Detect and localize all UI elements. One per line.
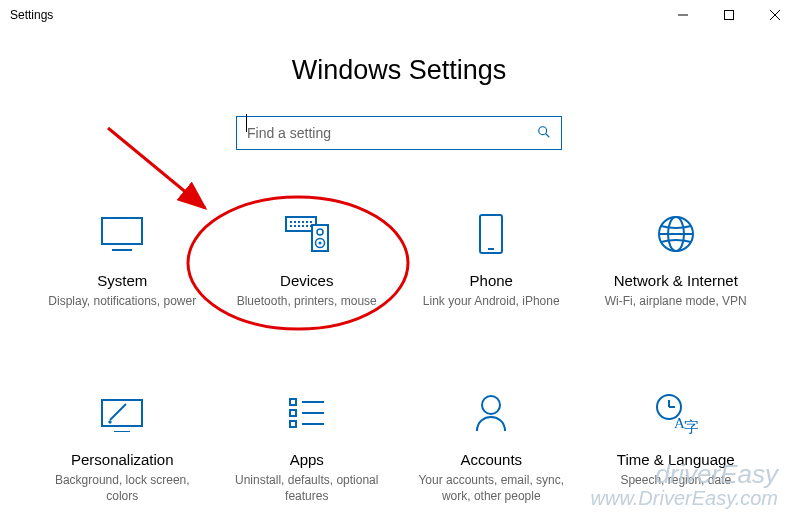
text-caret bbox=[246, 114, 247, 132]
tile-title: Accounts bbox=[460, 451, 522, 468]
tile-desc: Background, lock screen, colors bbox=[42, 472, 202, 504]
tile-title: System bbox=[97, 272, 147, 289]
search-icon bbox=[537, 125, 551, 142]
tile-desc: Your accounts, email, sync, work, other … bbox=[411, 472, 571, 504]
watermark-line1: driverEasy bbox=[591, 461, 778, 488]
watermark-line2: www.DriverEasy.com bbox=[591, 488, 778, 509]
watermark: driverEasy www.DriverEasy.com bbox=[591, 461, 778, 509]
tile-desc: Uninstall, defaults, optional features bbox=[227, 472, 387, 504]
tile-desc: Display, notifications, power bbox=[48, 293, 196, 309]
svg-point-4 bbox=[539, 126, 547, 134]
globe-icon bbox=[652, 210, 700, 258]
tile-title: Apps bbox=[290, 451, 324, 468]
window-controls bbox=[660, 0, 798, 30]
window-title: Settings bbox=[10, 8, 53, 22]
svg-rect-30 bbox=[102, 400, 142, 426]
svg-rect-9 bbox=[290, 221, 292, 223]
apps-icon bbox=[283, 389, 331, 437]
svg-point-24 bbox=[318, 242, 321, 245]
svg-rect-10 bbox=[294, 221, 296, 223]
tile-phone[interactable]: Phone Link your Android, iPhone bbox=[399, 210, 584, 309]
close-icon bbox=[770, 10, 780, 20]
tile-apps[interactable]: Apps Uninstall, defaults, optional featu… bbox=[215, 389, 400, 504]
page-title: Windows Settings bbox=[0, 55, 798, 86]
titlebar: Settings bbox=[0, 0, 798, 30]
svg-rect-12 bbox=[302, 221, 304, 223]
tile-title: Phone bbox=[470, 272, 513, 289]
svg-rect-14 bbox=[310, 221, 312, 223]
tile-network[interactable]: Network & Internet Wi-Fi, airplane mode,… bbox=[584, 210, 769, 309]
svg-rect-25 bbox=[480, 215, 502, 253]
svg-rect-34 bbox=[290, 410, 296, 416]
tile-title: Personalization bbox=[71, 451, 174, 468]
svg-rect-13 bbox=[306, 221, 308, 223]
tile-title: Devices bbox=[280, 272, 333, 289]
svg-line-5 bbox=[546, 133, 550, 137]
minimize-button[interactable] bbox=[660, 0, 706, 30]
svg-rect-36 bbox=[290, 421, 296, 427]
svg-point-38 bbox=[482, 396, 500, 414]
tile-desc: Wi-Fi, airplane mode, VPN bbox=[605, 293, 747, 309]
svg-rect-1 bbox=[725, 11, 734, 20]
search-wrap bbox=[0, 116, 798, 150]
tile-system[interactable]: System Display, notifications, power bbox=[30, 210, 215, 309]
svg-rect-6 bbox=[102, 218, 142, 244]
search-box[interactable] bbox=[236, 116, 562, 150]
search-input[interactable] bbox=[247, 125, 537, 141]
svg-rect-17 bbox=[298, 225, 300, 227]
maximize-icon bbox=[724, 10, 734, 20]
svg-rect-11 bbox=[298, 221, 300, 223]
svg-rect-15 bbox=[290, 225, 292, 227]
tile-personalization[interactable]: Personalization Background, lock screen,… bbox=[30, 389, 215, 504]
svg-rect-16 bbox=[294, 225, 296, 227]
phone-icon bbox=[467, 210, 515, 258]
close-button[interactable] bbox=[752, 0, 798, 30]
tile-devices[interactable]: Devices Bluetooth, printers, mouse bbox=[215, 210, 400, 309]
tile-desc: Link your Android, iPhone bbox=[423, 293, 560, 309]
svg-rect-32 bbox=[290, 399, 296, 405]
tile-title: Network & Internet bbox=[614, 272, 738, 289]
time-language-icon: A 字 bbox=[652, 389, 700, 437]
tile-desc: Bluetooth, printers, mouse bbox=[237, 293, 377, 309]
tile-accounts[interactable]: Accounts Your accounts, email, sync, wor… bbox=[399, 389, 584, 504]
accounts-icon bbox=[467, 389, 515, 437]
svg-text:字: 字 bbox=[684, 419, 698, 434]
svg-rect-18 bbox=[302, 225, 304, 227]
system-icon bbox=[98, 210, 146, 258]
maximize-button[interactable] bbox=[706, 0, 752, 30]
personalization-icon bbox=[98, 389, 146, 437]
svg-rect-19 bbox=[306, 225, 308, 227]
minimize-icon bbox=[678, 10, 688, 20]
devices-icon bbox=[283, 210, 331, 258]
